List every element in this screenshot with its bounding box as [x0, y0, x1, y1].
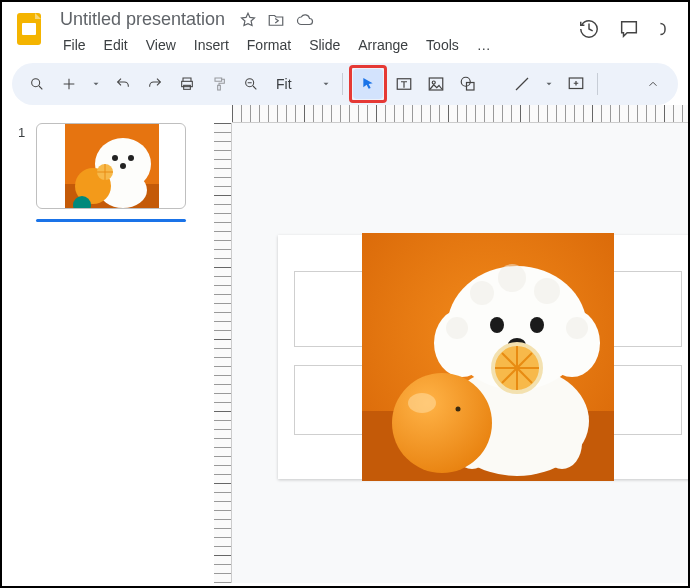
- svg-point-31: [498, 264, 526, 292]
- menu-edit[interactable]: Edit: [97, 33, 135, 57]
- slide-number: 1: [18, 125, 25, 140]
- menu-more[interactable]: …: [470, 33, 498, 57]
- menu-tools[interactable]: Tools: [419, 33, 466, 57]
- toolbar: Fit: [12, 63, 678, 105]
- svg-point-30: [470, 281, 494, 305]
- zoom-control: Fit: [236, 69, 336, 99]
- insert-comment-button[interactable]: [561, 69, 591, 99]
- svg-point-9: [432, 81, 435, 84]
- shape-dropdown[interactable]: [485, 69, 505, 99]
- collapse-toolbar-button[interactable]: [638, 69, 668, 99]
- svg-point-38: [392, 373, 492, 473]
- svg-point-10: [461, 77, 470, 86]
- canvas-background[interactable]: [232, 123, 688, 583]
- zoom-tool-button[interactable]: [236, 69, 266, 99]
- cloud-status-icon[interactable]: [295, 11, 315, 29]
- svg-point-19: [120, 163, 126, 169]
- svg-point-18: [128, 155, 134, 161]
- zoom-dropdown[interactable]: [316, 69, 336, 99]
- undo-button[interactable]: [108, 69, 138, 99]
- vertical-ruler[interactable]: [214, 123, 232, 583]
- inserted-image[interactable]: [362, 233, 614, 481]
- slide-thumbnail-1[interactable]: [36, 123, 186, 209]
- svg-point-35: [490, 317, 504, 333]
- svg-point-33: [446, 317, 468, 339]
- svg-point-17: [112, 155, 118, 161]
- comments-icon[interactable]: [618, 18, 640, 40]
- canvas-area: [202, 105, 688, 583]
- svg-point-39: [408, 393, 436, 413]
- menu-bar: File Edit View Insert Format Slide Arran…: [56, 31, 568, 57]
- star-icon[interactable]: [239, 11, 257, 29]
- filmstrip: 1: [2, 105, 202, 583]
- presence-indicator: [73, 196, 91, 209]
- select-tool-highlighted: [349, 65, 387, 103]
- new-slide-dropdown[interactable]: [86, 69, 106, 99]
- shape-button[interactable]: [453, 69, 483, 99]
- toolbar-separator: [597, 73, 598, 95]
- search-menus-button[interactable]: [22, 69, 52, 99]
- redo-button[interactable]: [140, 69, 170, 99]
- thumbnail-selection-underline: [36, 219, 186, 222]
- share-partial-icon[interactable]: [658, 18, 672, 40]
- svg-rect-5: [218, 85, 221, 90]
- new-slide-button[interactable]: [54, 69, 84, 99]
- menu-slide[interactable]: Slide: [302, 33, 347, 57]
- insert-image-button[interactable]: [421, 69, 451, 99]
- svg-point-40: [456, 407, 461, 412]
- move-icon[interactable]: [267, 11, 285, 29]
- svg-point-26: [542, 417, 582, 469]
- paint-format-button[interactable]: [204, 69, 234, 99]
- svg-point-32: [534, 278, 560, 304]
- line-button[interactable]: [507, 69, 537, 99]
- menu-format[interactable]: Format: [240, 33, 298, 57]
- svg-rect-4: [184, 85, 191, 89]
- select-tool-button[interactable]: [353, 69, 383, 99]
- slides-app-icon[interactable]: [12, 8, 46, 50]
- zoom-level[interactable]: Fit: [270, 73, 312, 95]
- text-box-button[interactable]: [389, 69, 419, 99]
- menu-arrange[interactable]: Arrange: [351, 33, 415, 57]
- horizontal-ruler[interactable]: [232, 105, 688, 123]
- document-title[interactable]: Untitled presentation: [56, 8, 229, 31]
- history-icon[interactable]: [578, 18, 600, 40]
- workspace: 1: [2, 105, 688, 583]
- print-button[interactable]: [172, 69, 202, 99]
- svg-point-36: [530, 317, 544, 333]
- svg-point-34: [566, 317, 588, 339]
- header: Untitled presentation File Edit View Ins…: [2, 2, 688, 57]
- line-dropdown[interactable]: [539, 69, 559, 99]
- toolbar-separator: [342, 73, 343, 95]
- svg-point-2: [32, 79, 40, 87]
- svg-rect-1: [22, 23, 36, 35]
- menu-file[interactable]: File: [56, 33, 93, 57]
- menu-view[interactable]: View: [139, 33, 183, 57]
- menu-insert[interactable]: Insert: [187, 33, 236, 57]
